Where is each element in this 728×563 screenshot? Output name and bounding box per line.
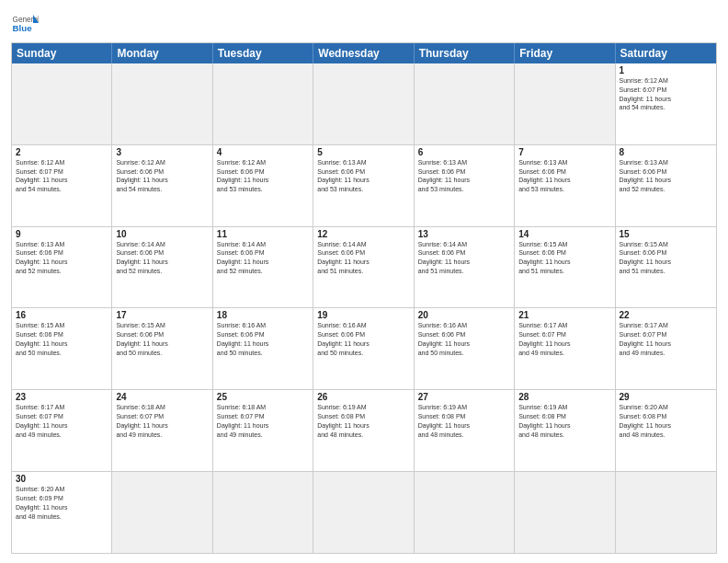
day-info: Sunrise: 6:19 AM Sunset: 6:08 PM Dayligh… (317, 403, 409, 439)
day-info: Sunrise: 6:19 AM Sunset: 6:08 PM Dayligh… (518, 403, 610, 439)
day-number: 6 (418, 147, 510, 157)
day-cell (112, 472, 212, 553)
day-info: Sunrise: 6:16 AM Sunset: 6:06 PM Dayligh… (418, 321, 510, 357)
day-number: 30 (16, 474, 108, 484)
day-cell: 15Sunrise: 6:15 AM Sunset: 6:06 PM Dayli… (616, 227, 716, 308)
day-header-wednesday: Wednesday (313, 43, 414, 63)
day-header-monday: Monday (112, 43, 212, 63)
day-info: Sunrise: 6:12 AM Sunset: 6:06 PM Dayligh… (116, 158, 208, 194)
page: General Blue SundayMondayTuesdayWednesda… (0, 0, 728, 563)
day-info: Sunrise: 6:20 AM Sunset: 6:08 PM Dayligh… (620, 403, 712, 439)
day-info: Sunrise: 6:16 AM Sunset: 6:06 PM Dayligh… (217, 321, 309, 357)
day-number: 18 (217, 310, 309, 320)
day-number: 3 (116, 147, 208, 157)
day-cell (313, 63, 414, 144)
day-info: Sunrise: 6:12 AM Sunset: 6:06 PM Dayligh… (217, 158, 309, 194)
day-cell: 1Sunrise: 6:12 AM Sunset: 6:07 PM Daylig… (616, 63, 716, 144)
day-number: 17 (116, 310, 208, 320)
day-cell: 8Sunrise: 6:13 AM Sunset: 6:06 PM Daylig… (616, 145, 716, 226)
day-cell: 6Sunrise: 6:13 AM Sunset: 6:06 PM Daylig… (415, 145, 515, 226)
day-info: Sunrise: 6:16 AM Sunset: 6:06 PM Dayligh… (317, 321, 409, 357)
day-number: 23 (16, 392, 108, 402)
day-cell: 19Sunrise: 6:16 AM Sunset: 6:06 PM Dayli… (313, 308, 414, 389)
day-cell: 23Sunrise: 6:17 AM Sunset: 6:07 PM Dayli… (12, 390, 112, 471)
day-info: Sunrise: 6:14 AM Sunset: 6:06 PM Dayligh… (116, 240, 208, 276)
day-cell: 25Sunrise: 6:18 AM Sunset: 6:07 PM Dayli… (213, 390, 313, 471)
day-cell (213, 472, 313, 553)
day-cell: 18Sunrise: 6:16 AM Sunset: 6:06 PM Dayli… (213, 308, 313, 389)
day-number: 24 (116, 392, 208, 402)
day-cell (415, 472, 515, 553)
day-cell (616, 472, 716, 553)
day-cell: 22Sunrise: 6:17 AM Sunset: 6:07 PM Dayli… (616, 308, 716, 389)
day-number: 15 (620, 229, 712, 239)
day-cell (213, 63, 313, 144)
day-number: 21 (518, 310, 610, 320)
day-number: 10 (116, 229, 208, 239)
day-number: 1 (620, 65, 712, 75)
day-header-friday: Friday (515, 43, 615, 63)
day-cell: 29Sunrise: 6:20 AM Sunset: 6:08 PM Dayli… (616, 390, 716, 471)
day-cell: 16Sunrise: 6:15 AM Sunset: 6:06 PM Dayli… (12, 308, 112, 389)
day-number: 5 (317, 147, 409, 157)
week-row-1: 2Sunrise: 6:12 AM Sunset: 6:07 PM Daylig… (12, 145, 716, 227)
day-cell: 7Sunrise: 6:13 AM Sunset: 6:06 PM Daylig… (515, 145, 615, 226)
day-number: 8 (620, 147, 712, 157)
day-number: 4 (217, 147, 309, 157)
day-number: 22 (620, 310, 712, 320)
day-cell (12, 63, 112, 144)
header: General Blue (11, 9, 717, 37)
day-info: Sunrise: 6:17 AM Sunset: 6:07 PM Dayligh… (16, 403, 108, 439)
day-info: Sunrise: 6:18 AM Sunset: 6:07 PM Dayligh… (116, 403, 208, 439)
day-cell: 4Sunrise: 6:12 AM Sunset: 6:06 PM Daylig… (213, 145, 313, 226)
day-cell: 12Sunrise: 6:14 AM Sunset: 6:06 PM Dayli… (313, 227, 414, 308)
day-cell: 17Sunrise: 6:15 AM Sunset: 6:06 PM Dayli… (112, 308, 212, 389)
day-cell: 26Sunrise: 6:19 AM Sunset: 6:08 PM Dayli… (313, 390, 414, 471)
day-info: Sunrise: 6:13 AM Sunset: 6:06 PM Dayligh… (518, 158, 610, 194)
day-info: Sunrise: 6:15 AM Sunset: 6:06 PM Dayligh… (518, 240, 610, 276)
day-cell: 14Sunrise: 6:15 AM Sunset: 6:06 PM Dayli… (515, 227, 615, 308)
day-number: 12 (317, 229, 409, 239)
day-info: Sunrise: 6:12 AM Sunset: 6:07 PM Dayligh… (620, 76, 712, 112)
day-number: 2 (16, 147, 108, 157)
calendar: SundayMondayTuesdayWednesdayThursdayFrid… (11, 42, 717, 554)
day-number: 19 (317, 310, 409, 320)
day-info: Sunrise: 6:20 AM Sunset: 6:09 PM Dayligh… (16, 485, 108, 521)
day-info: Sunrise: 6:14 AM Sunset: 6:06 PM Dayligh… (317, 240, 409, 276)
day-number: 28 (518, 392, 610, 402)
day-cell: 3Sunrise: 6:12 AM Sunset: 6:06 PM Daylig… (112, 145, 212, 226)
day-cell: 28Sunrise: 6:19 AM Sunset: 6:08 PM Dayli… (515, 390, 615, 471)
day-headers: SundayMondayTuesdayWednesdayThursdayFrid… (12, 43, 716, 63)
day-info: Sunrise: 6:15 AM Sunset: 6:06 PM Dayligh… (16, 321, 108, 357)
day-number: 9 (16, 229, 108, 239)
day-header-thursday: Thursday (415, 43, 515, 63)
day-info: Sunrise: 6:12 AM Sunset: 6:07 PM Dayligh… (16, 158, 108, 194)
day-info: Sunrise: 6:13 AM Sunset: 6:06 PM Dayligh… (16, 240, 108, 276)
day-number: 11 (217, 229, 309, 239)
day-number: 13 (418, 229, 510, 239)
day-header-saturday: Saturday (616, 43, 716, 63)
day-number: 26 (317, 392, 409, 402)
day-info: Sunrise: 6:14 AM Sunset: 6:06 PM Dayligh… (217, 240, 309, 276)
week-row-4: 23Sunrise: 6:17 AM Sunset: 6:07 PM Dayli… (12, 390, 716, 472)
day-cell (112, 63, 212, 144)
day-info: Sunrise: 6:13 AM Sunset: 6:06 PM Dayligh… (620, 158, 712, 194)
week-row-5: 30Sunrise: 6:20 AM Sunset: 6:09 PM Dayli… (12, 472, 716, 553)
day-info: Sunrise: 6:18 AM Sunset: 6:07 PM Dayligh… (217, 403, 309, 439)
day-cell: 30Sunrise: 6:20 AM Sunset: 6:09 PM Dayli… (12, 472, 112, 553)
day-header-tuesday: Tuesday (213, 43, 313, 63)
day-cell: 2Sunrise: 6:12 AM Sunset: 6:07 PM Daylig… (12, 145, 112, 226)
day-number: 25 (217, 392, 309, 402)
logo: General Blue (11, 9, 39, 37)
svg-text:Blue: Blue (13, 23, 33, 33)
day-cell (313, 472, 414, 553)
day-info: Sunrise: 6:19 AM Sunset: 6:08 PM Dayligh… (418, 403, 510, 439)
day-info: Sunrise: 6:14 AM Sunset: 6:06 PM Dayligh… (418, 240, 510, 276)
day-number: 27 (418, 392, 510, 402)
week-row-3: 16Sunrise: 6:15 AM Sunset: 6:06 PM Dayli… (12, 308, 716, 390)
day-cell (415, 63, 515, 144)
day-cell: 27Sunrise: 6:19 AM Sunset: 6:08 PM Dayli… (415, 390, 515, 471)
day-cell: 21Sunrise: 6:17 AM Sunset: 6:07 PM Dayli… (515, 308, 615, 389)
day-number: 14 (518, 229, 610, 239)
day-info: Sunrise: 6:15 AM Sunset: 6:06 PM Dayligh… (620, 240, 712, 276)
